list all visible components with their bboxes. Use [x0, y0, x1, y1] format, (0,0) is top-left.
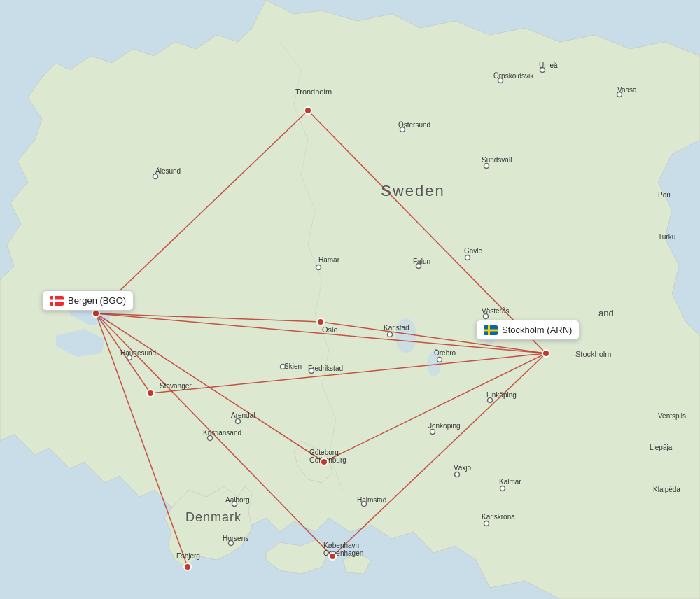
svg-point-88 — [184, 563, 191, 570]
svg-point-78 — [455, 472, 460, 477]
svg-text:Ålesund: Ålesund — [155, 167, 181, 175]
svg-text:Pori: Pori — [658, 191, 671, 199]
svg-text:Oslo: Oslo — [322, 325, 338, 334]
svg-point-69 — [498, 78, 503, 83]
svg-point-84 — [147, 390, 154, 397]
svg-point-76 — [488, 398, 493, 403]
svg-text:Skien: Skien — [284, 362, 302, 370]
svg-text:Örebro: Örebro — [434, 349, 456, 357]
svg-point-79 — [500, 486, 505, 491]
svg-point-66 — [362, 502, 367, 507]
svg-point-81 — [540, 68, 545, 73]
svg-point-80 — [484, 521, 489, 526]
svg-point-74 — [388, 332, 393, 337]
svg-text:Stavanger: Stavanger — [160, 382, 192, 390]
svg-point-60 — [127, 355, 132, 360]
bergen-airport-label: Bergen (BGO) — [42, 290, 134, 311]
svg-text:Aalborg: Aalborg — [225, 496, 249, 504]
svg-point-85 — [317, 318, 324, 325]
svg-point-68 — [400, 127, 405, 132]
map-container: Sweden Denmark Trondheim Ålesund Hamar O… — [0, 0, 700, 599]
svg-point-86 — [321, 458, 328, 465]
svg-point-67 — [229, 541, 234, 546]
svg-text:København: København — [323, 542, 359, 549]
svg-text:Haugesund: Haugesund — [120, 349, 156, 357]
svg-point-72 — [465, 255, 470, 260]
svg-text:Växjö: Växjö — [454, 464, 471, 472]
svg-text:Klaipėda: Klaipėda — [653, 486, 680, 493]
svg-text:Kalmar: Kalmar — [499, 478, 522, 486]
svg-text:Denmark: Denmark — [186, 510, 241, 524]
svg-text:Liepāja: Liepāja — [650, 444, 673, 451]
svg-point-61 — [281, 365, 286, 369]
svg-point-59 — [316, 265, 321, 270]
svg-text:Turku: Turku — [658, 233, 676, 241]
svg-text:Sweden: Sweden — [381, 182, 445, 199]
svg-text:Falun: Falun — [413, 258, 430, 265]
svg-text:Ventspils: Ventspils — [658, 412, 686, 420]
svg-point-71 — [416, 264, 421, 269]
svg-text:Esbjerg: Esbjerg — [176, 552, 200, 560]
svg-point-75 — [438, 358, 442, 362]
svg-text:Jönköping: Jönköping — [428, 422, 461, 430]
svg-text:Arendal: Arendal — [231, 411, 255, 419]
svg-text:Hamar: Hamar — [318, 256, 340, 264]
svg-text:Gävle: Gävle — [464, 247, 483, 255]
svg-point-58 — [153, 174, 158, 179]
svg-point-64 — [208, 436, 213, 441]
sweden-flag-icon — [484, 325, 498, 335]
svg-point-65 — [232, 502, 237, 507]
bergen-airport-text: Bergen (BGO) — [68, 295, 126, 306]
svg-text:Karlstad: Karlstad — [384, 324, 410, 332]
svg-text:Karlskrona: Karlskrona — [482, 513, 515, 521]
svg-point-89 — [92, 310, 99, 317]
svg-text:Trondheim: Trondheim — [295, 87, 332, 96]
svg-text:Horsens: Horsens — [223, 535, 248, 542]
svg-point-62 — [309, 369, 314, 374]
svg-text:Stockholm: Stockholm — [575, 350, 611, 358]
svg-point-77 — [430, 430, 435, 435]
svg-point-63 — [236, 419, 241, 424]
stockholm-airport-text: Stockholm (ARN) — [502, 325, 572, 335]
svg-point-73 — [484, 314, 489, 319]
stockholm-airport-label: Stockholm (ARN) — [476, 320, 580, 340]
svg-text:Sundsvall: Sundsvall — [482, 156, 512, 164]
svg-point-82 — [617, 92, 622, 97]
svg-text:Göteborg: Göteborg — [309, 449, 339, 456]
norway-flag-icon — [50, 296, 64, 306]
svg-point-70 — [484, 164, 489, 169]
svg-point-87 — [329, 553, 336, 560]
svg-point-90 — [542, 350, 550, 357]
svg-text:and: and — [598, 308, 614, 318]
svg-point-83 — [304, 107, 312, 114]
